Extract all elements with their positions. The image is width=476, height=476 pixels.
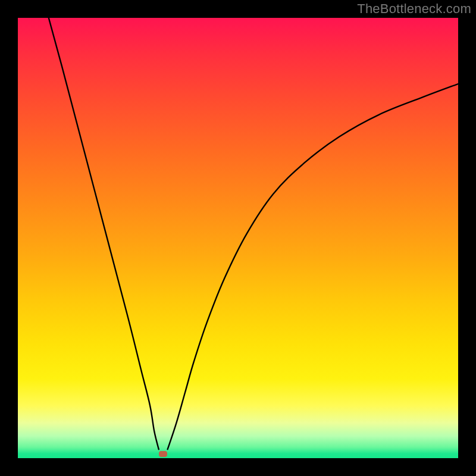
- curve-right: [168, 84, 458, 449]
- chart-frame: TheBottleneck.com: [0, 0, 476, 476]
- watermark-text: TheBottleneck.com: [357, 1, 471, 17]
- plot-area: [18, 18, 458, 458]
- curve-left: [49, 18, 159, 449]
- curve-svg: [18, 18, 458, 458]
- min-marker: [159, 451, 167, 457]
